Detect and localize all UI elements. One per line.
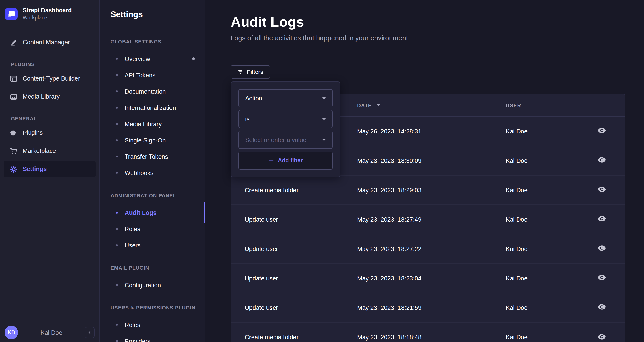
subnav-item-label: Roles [125,322,140,328]
view-details-button[interactable] [596,155,608,166]
subnav-section-list: Configuration [100,277,205,293]
subnav-item-label: API Tokens [125,72,156,78]
subnav-item-documentation[interactable]: Documentation [100,83,205,100]
cell-user: Kai Doe [506,187,578,193]
view-details-button[interactable] [596,184,608,195]
column-header-label: DATE [357,102,372,108]
table-row: Create media folderMay 23, 2023, 18:29:0… [231,175,625,205]
subnav-item-label: Media Library [125,121,162,127]
add-filter-button[interactable]: Add filter [238,152,333,170]
subnav-item-label: Overview [125,55,150,62]
sidebar-item-content-manager[interactable]: Content Manager [4,34,96,51]
cell-user: Kai Doe [506,128,578,135]
cell-action: Update user [231,245,357,252]
subnav-item-internationalization[interactable]: Internationalization [100,100,205,116]
subnav-item-providers[interactable]: Providers [100,333,205,342]
subnav-title-divider [110,27,122,27]
strapi-logo-icon [5,8,18,20]
sidebar-item-settings[interactable]: Settings [4,161,96,177]
workspace-subtitle: Workplace [23,14,72,21]
filters-button[interactable]: Filters [231,65,270,79]
view-details-button[interactable] [596,243,608,254]
subnav-item-configuration[interactable]: Configuration [100,277,205,293]
sidebar-item-label: Plugins [23,130,43,136]
subnav-item-label: Providers [125,338,150,342]
filter-attribute-select[interactable]: Action [238,89,333,107]
page-title: Audit Logs [231,13,626,31]
workspace-title: Strapi Dashboard [23,7,72,14]
subnav-title: Settings [110,10,205,19]
nav-section-header-plugins: PLUGINS [0,61,99,67]
workspace-brand[interactable]: Strapi Dashboard Workplace [0,0,99,28]
subnav-item-users[interactable]: Users [100,237,205,253]
view-details-button[interactable] [596,302,608,313]
eye-icon [598,245,606,252]
sort-descending-icon[interactable] [376,104,380,106]
subnav-section-header-administration-panel: ADMINISTRATION PANEL [110,193,205,198]
filter-popover: Action is Select or enter a value Add fi… [231,81,340,177]
eye-icon [598,275,606,282]
subnav-item-media-library[interactable]: Media Library [100,116,205,132]
cell-action: Update user [231,275,357,282]
subnav-section-header-email-plugin: EMAIL PLUGIN [110,265,205,271]
bullet-icon [116,172,118,174]
sidebar-item-plugins[interactable]: Plugins [4,125,96,141]
sidebar-item-marketplace[interactable]: Marketplace [4,143,96,159]
subnav-item-label: Documentation [125,88,166,95]
main-nav-sidebar: Strapi Dashboard Workplace Content Manag… [0,0,100,342]
column-header-date[interactable]: DATE [357,102,506,108]
filter-attribute-value: Action [245,95,262,102]
app-root: Strapi Dashboard Workplace Content Manag… [0,0,644,342]
subnav-section-list: RolesProviders [100,317,205,342]
subnav-item-audit-logs[interactable]: Audit Logs [100,204,205,221]
subnav-item-roles[interactable]: Roles [100,221,205,237]
subnav-section-list: OverviewAPI TokensDocumentationInternati… [100,51,205,181]
chevron-down-icon [322,139,326,141]
sidebar-item-content-type-builder[interactable]: Content-Type Builder [4,71,96,87]
table-row: Create media folderMay 23, 2023, 18:18:4… [231,323,625,342]
cell-user: Kai Doe [506,304,578,311]
main-content: Audit Logs Logs of all the activities th… [205,0,644,342]
chevron-down-icon [322,118,326,120]
marketplace-icon [10,148,17,155]
column-header-label: USER [506,102,521,108]
page-subtitle: Logs of all the activities that happened… [231,33,626,42]
cell-date: May 26, 2023, 14:28:31 [357,128,506,135]
main-nav-menu: Content ManagerPLUGINSContent-Type Build… [0,28,99,323]
sidebar-item-label: Content Manager [23,39,70,46]
cell-date: May 23, 2023, 18:23:04 [357,275,506,282]
view-details-button[interactable] [596,332,608,342]
media-library-icon [10,93,17,100]
cell-user: Kai Doe [506,157,578,164]
subnav-item-webhooks[interactable]: Webhooks [100,165,205,181]
bullet-icon [116,74,118,76]
subnav-item-api-tokens[interactable]: API Tokens [100,67,205,83]
cell-date: May 23, 2023, 18:29:03 [357,187,506,193]
sidebar-item-label: Settings [23,166,47,172]
subnav-item-roles[interactable]: Roles [100,317,205,333]
plugins-icon [10,129,17,137]
view-details-button[interactable] [596,273,608,284]
content-type-builder-icon [10,75,17,82]
filter-value-combobox[interactable]: Select or enter a value [238,131,333,149]
subnav-item-single-sign-on[interactable]: Single Sign-On [100,132,205,148]
settings-icon [10,166,17,173]
view-details-button[interactable] [596,214,608,225]
table-row: Update userMay 23, 2023, 18:27:49Kai Doe [231,205,625,234]
toolbar: Filters [231,65,626,79]
subnav-item-label: Audit Logs [125,209,156,216]
content-manager-icon [10,39,17,46]
sidebar-item-media-library[interactable]: Media Library [4,89,96,105]
subnav-item-overview[interactable]: Overview [100,51,205,67]
bullet-icon [116,139,118,141]
collapse-sidebar-button[interactable] [85,327,95,339]
bullet-icon [116,90,118,92]
bullet-icon [116,324,118,326]
filter-operator-select[interactable]: is [238,110,333,128]
avatar[interactable]: KD [4,326,18,339]
filter-operator-value: is [245,116,250,122]
cell-date: May 23, 2023, 18:30:09 [357,157,506,164]
subnav-item-transfer-tokens[interactable]: Transfer Tokens [100,148,205,165]
bullet-icon [116,340,118,342]
view-details-button[interactable] [596,126,608,137]
